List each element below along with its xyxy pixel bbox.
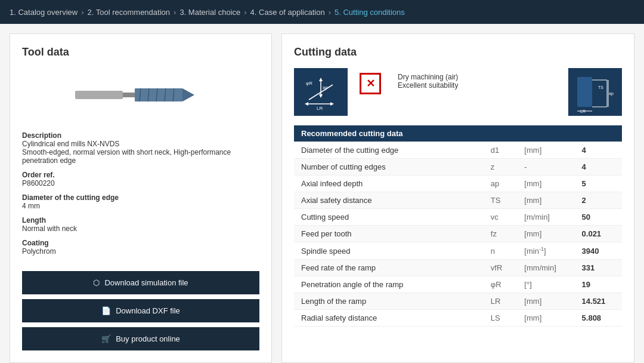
breadcrumb-sep-4: ›	[329, 8, 331, 17]
svg-rect-20	[568, 68, 622, 116]
download-dxf-button[interactable]: 📄 Download DXF file	[22, 299, 259, 322]
row-unit: [m/min]	[517, 209, 574, 226]
main-container: Tool data Descript	[0, 24, 644, 363]
table-header-cell: Recommended cutting data	[294, 125, 622, 142]
length-value: Normal with neck	[22, 224, 259, 233]
dxf-button-label: Download DXF file	[116, 306, 180, 315]
row-sym: LS	[484, 310, 518, 327]
table-row: Cutting speed vc [m/min] 50	[294, 209, 622, 226]
diameter-label: Diameter of the cutting edge	[22, 193, 259, 202]
cutting-data-title: Cutting data	[294, 46, 622, 59]
row-val: 14.521	[575, 293, 622, 310]
row-sym: n	[484, 242, 518, 260]
dxf-icon: 📄	[101, 306, 111, 315]
row-unit: [mm]	[517, 176, 574, 192]
simulation-button-label: Download simulation file	[104, 278, 188, 287]
tool-data-section: Description Cylindrical end mills NX-NVD…	[22, 131, 259, 262]
coating-row: Coating Polychrom	[22, 239, 259, 256]
breadcrumb-item-4[interactable]: 4. Case of application	[250, 8, 325, 17]
row-unit: [mm]	[517, 310, 574, 327]
table-row: Feed per tooth fz [mm] 0.021	[294, 226, 622, 242]
table-row: Number of cutting edges z - 4	[294, 159, 622, 176]
top-navigation: 1. Catalog overview › 2. Tool recommenda…	[0, 0, 644, 24]
svg-marker-8	[182, 88, 194, 101]
table-row: Axial infeed depth ap [mm] 5	[294, 176, 622, 192]
row-sym: z	[484, 159, 518, 176]
row-unit: [mm]	[517, 192, 574, 209]
breadcrumb-sep-2: ›	[174, 8, 176, 17]
description-row: Description Cylindrical end mills NX-NVD…	[22, 131, 259, 165]
download-simulation-button[interactable]: ⬡ Download simulation file	[22, 271, 259, 294]
svg-text:ap: ap	[609, 91, 614, 96]
svg-text:LR: LR	[317, 106, 323, 111]
tool-data-title: Tool data	[22, 46, 259, 59]
length-row: Length Normal with neck	[22, 216, 259, 233]
svg-rect-21	[577, 77, 592, 107]
row-name: Axial safety distance	[294, 192, 484, 209]
machining-info: Dry machining (air) Excellent suitabilit…	[393, 68, 463, 94]
diameter-value: 4 mm	[22, 202, 259, 210]
order-value: P8600220	[22, 179, 259, 187]
row-sym: φR	[484, 276, 518, 293]
breadcrumb-sep-1: ›	[81, 8, 83, 17]
row-unit: [mm/min]	[517, 260, 574, 276]
table-row: Length of the ramp LR [mm] 14.521	[294, 293, 622, 310]
cart-icon: 🛒	[101, 334, 111, 343]
breadcrumb: 1. Catalog overview › 2. Tool recommenda…	[10, 8, 405, 17]
action-buttons: ⬡ Download simulation file 📄 Download DX…	[22, 271, 259, 350]
row-val: 5.808	[575, 310, 622, 327]
breadcrumb-item-5-active: 5. Cutting conditions	[335, 8, 405, 17]
row-name: Number of cutting edges	[294, 159, 484, 176]
row-unit: [°]	[517, 276, 574, 293]
machining-label: Dry machining (air)	[398, 73, 458, 81]
table-row: Penetration angle of the ramp φR [°] 19	[294, 276, 622, 293]
tool-image-area	[22, 68, 259, 122]
diagram-right-svg: TS LR ap	[568, 68, 622, 116]
table-header-row: Recommended cutting data	[294, 125, 622, 142]
diameter-row: Diameter of the cutting edge 4 mm	[22, 193, 259, 210]
row-val: 0.021	[575, 226, 622, 242]
row-sym: LR	[484, 293, 518, 310]
coating-value: Polychrom	[22, 247, 259, 256]
description-line2: Smooth-edged, normal version with short …	[22, 148, 259, 165]
machining-condition: ✕	[355, 68, 386, 99]
cutting-data-rows: Diameter of the cutting edge d1 [mm] 4 N…	[294, 142, 622, 327]
row-unit: [mm]	[517, 142, 574, 159]
breadcrumb-item-2[interactable]: 2. Tool recommendation	[88, 8, 171, 17]
row-name: Axial infeed depth	[294, 176, 484, 192]
row-sym: vc	[484, 209, 518, 226]
row-val: 331	[575, 260, 622, 276]
row-name: Feed rate of the ramp	[294, 260, 484, 276]
row-sym: d1	[484, 142, 518, 159]
svg-text:TS: TS	[598, 85, 603, 90]
row-name: Diameter of the cutting edge	[294, 142, 484, 159]
table-row: Radial safety distance LS [mm] 5.808	[294, 310, 622, 327]
buy-product-button[interactable]: 🛒 Buy product online	[22, 327, 259, 350]
machining-sub: Excellent suitability	[398, 81, 458, 90]
row-val: 2	[575, 192, 622, 209]
row-val: 50	[575, 209, 622, 226]
row-unit: [mm]	[517, 293, 574, 310]
coating-label: Coating	[22, 239, 259, 247]
row-unit: -	[517, 159, 574, 176]
table-row: Axial safety distance TS [mm] 2	[294, 192, 622, 209]
tool-image	[75, 80, 206, 110]
breadcrumb-sep-3: ›	[244, 8, 246, 17]
table-row: Diameter of the cutting edge d1 [mm] 4	[294, 142, 622, 159]
table-row: Feed rate of the ramp vfR [mm/min] 331	[294, 260, 622, 276]
row-name: Radial safety distance	[294, 310, 484, 327]
row-val: 19	[575, 276, 622, 293]
breadcrumb-item-3[interactable]: 3. Material choice	[179, 8, 240, 17]
row-sym: TS	[484, 192, 518, 209]
breadcrumb-item-1[interactable]: 1. Catalog overview	[10, 8, 78, 17]
tool-data-panel: Tool data Descript	[10, 33, 272, 363]
description-line1: Cylindrical end mills NX-NVDS	[22, 140, 259, 148]
svg-rect-2	[135, 88, 182, 101]
row-val: 5	[575, 176, 622, 192]
row-unit: [min-1]	[517, 242, 574, 260]
svg-text:φR: φR	[306, 81, 312, 86]
table-row: Spindle speed n [min-1] 3940	[294, 242, 622, 260]
row-unit: [mm]	[517, 226, 574, 242]
order-row: Order ref. P8600220	[22, 171, 259, 187]
cutting-diagram-right: TS LR ap	[568, 68, 622, 116]
